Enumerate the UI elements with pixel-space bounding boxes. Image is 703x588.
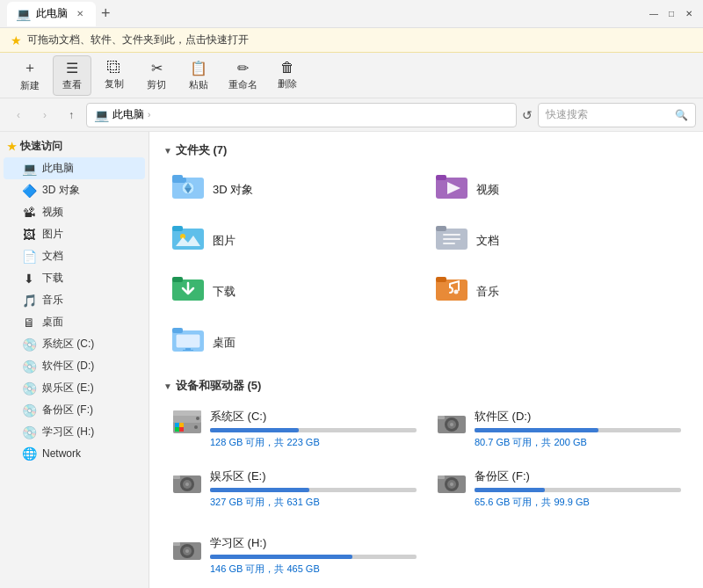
folders-grid: 3D 对象 视频: [163, 165, 689, 367]
toolbar-delete-button[interactable]: 🗑 删除: [268, 56, 307, 94]
music-label: 音乐: [42, 293, 63, 308]
folder-downloads[interactable]: 下载: [163, 267, 425, 316]
toolbar: ＋ 新建 ☰ 查看 ⿻ 复制 ✂ 剪切 📋 粘贴 ✏ 重命名 🗑 删除: [0, 53, 703, 98]
drive-c[interactable]: 系统区 (C:) 128 GB 可用，共 223 GB: [163, 401, 424, 457]
svg-rect-12: [443, 234, 460, 236]
tab-label: 此电脑: [36, 6, 68, 21]
delete-icon: 🗑: [280, 60, 294, 76]
paste-icon: 📋: [190, 60, 207, 76]
folder-pictures[interactable]: 图片: [163, 216, 425, 265]
drive-f-icon: 💿: [21, 403, 37, 417]
address-path[interactable]: 💻 此电脑 ›: [86, 103, 517, 127]
drive-c-info: 系统区 (C:) 128 GB 可用，共 223 GB: [210, 409, 417, 449]
back-button[interactable]: ‹: [7, 104, 30, 127]
folder-desktop[interactable]: 桌面: [163, 318, 425, 367]
drive-c-space: 128 GB 可用，共 223 GB: [210, 436, 417, 449]
sidebar-item-network[interactable]: 🌐 Network: [4, 443, 145, 464]
close-button[interactable]: ✕: [682, 7, 696, 21]
window-controls: — □ ✕: [647, 7, 696, 21]
drive-e-info: 娱乐区 (E:) 327 GB 可用，共 631 GB: [210, 468, 417, 509]
maximize-button[interactable]: □: [664, 7, 678, 21]
sidebar-item-drive-e[interactable]: 💿 娱乐区 (E:): [4, 377, 145, 399]
folder-video-label: 视频: [476, 182, 499, 198]
folders-section-header[interactable]: ▼ 文件夹 (7): [163, 142, 689, 158]
up-button[interactable]: ↑: [60, 104, 83, 127]
drive-e-icon: 💿: [21, 381, 37, 396]
drive-e-label: 娱乐区 (E:): [42, 381, 94, 396]
sidebar-item-3d[interactable]: 🔷 3D 对象: [4, 179, 145, 201]
quick-access-section[interactable]: ★ 快速访问: [0, 135, 149, 157]
svg-rect-23: [185, 348, 191, 350]
toolbar-rename-button[interactable]: ✏ 重命名: [221, 56, 265, 95]
sidebar-item-drive-d[interactable]: 💿 软件区 (D:): [4, 355, 145, 377]
toolbar-paste-button[interactable]: 📋 粘贴: [179, 56, 218, 95]
svg-point-19: [454, 290, 459, 294]
drive-d[interactable]: 软件区 (D:) 80.7 GB 可用，共 200 GB: [428, 401, 689, 457]
view-label: 查看: [62, 78, 82, 91]
svg-rect-2: [172, 175, 183, 180]
search-box[interactable]: 快速搜索 🔍: [538, 103, 696, 127]
drive-e[interactable]: 娱乐区 (E:) 327 GB 可用，共 631 GB: [163, 461, 424, 517]
drives-chevron-icon: ▼: [163, 381, 172, 391]
svg-rect-21: [172, 328, 183, 333]
sidebar-item-drive-f[interactable]: 💿 备份区 (F:): [4, 399, 145, 421]
toolbar-view-button[interactable]: ☰ 查看: [53, 55, 91, 96]
this-pc-icon: 💻: [21, 162, 37, 176]
folder-music-icon: [434, 272, 469, 311]
drive-c-name: 系统区 (C:): [210, 409, 417, 425]
svg-rect-55: [173, 542, 180, 546]
minimize-button[interactable]: —: [647, 7, 661, 21]
folder-3d[interactable]: 3D 对象: [163, 165, 425, 214]
sidebar-item-drive-c[interactable]: 💿 系统区 (C:): [4, 333, 145, 355]
forward-button[interactable]: ›: [33, 104, 56, 127]
tip-bar: ★ 可拖动文档、软件、文件夹到此，点击快速打开: [0, 28, 703, 53]
folders-chevron-icon: ▼: [163, 146, 172, 156]
refresh-button[interactable]: ↺: [520, 106, 534, 124]
folder-music[interactable]: 音乐: [427, 267, 689, 316]
toolbar-copy-button[interactable]: ⿻ 复制: [95, 56, 134, 94]
svg-rect-22: [176, 334, 200, 348]
sidebar-item-downloads[interactable]: ⬇ 下载: [4, 267, 145, 289]
desktop-label: 桌面: [42, 315, 63, 330]
sidebar-item-video[interactable]: 📽 视频: [4, 201, 145, 223]
svg-rect-7: [172, 229, 204, 250]
copy-label: 复制: [105, 77, 124, 91]
view-icon: ☰: [66, 60, 78, 76]
svg-rect-14: [443, 243, 455, 244]
drive-f-name: 备份区 (F:): [475, 468, 681, 484]
video-label: 视频: [42, 205, 63, 220]
sidebar-item-pictures[interactable]: 🖼 图片: [4, 223, 145, 245]
toolbar-cut-button[interactable]: ✂ 剪切: [137, 56, 176, 95]
drives-section-header[interactable]: ▼ 设备和驱动器 (5): [163, 378, 689, 394]
drive-f-bar: [475, 488, 545, 492]
title-bar-left: 💻 此电脑 ✕ +: [7, 2, 647, 26]
tip-star-icon: ★: [11, 33, 22, 47]
sidebar-item-drive-h[interactable]: 💿 学习区 (H:): [4, 421, 145, 443]
sidebar-item-desktop[interactable]: 🖥 桌面: [4, 311, 145, 333]
sidebar-item-this-pc[interactable]: 💻 此电脑: [4, 157, 145, 179]
new-tab-button[interactable]: +: [96, 4, 116, 23]
svg-rect-11: [436, 226, 446, 231]
sidebar-item-music[interactable]: 🎵 音乐: [4, 289, 145, 311]
svg-rect-40: [438, 416, 445, 419]
cut-label: 剪切: [147, 78, 166, 91]
drive-d-label: 软件区 (D:): [42, 359, 94, 374]
folder-documents[interactable]: 文档: [427, 216, 689, 265]
path-pc-label: 此电脑: [112, 107, 144, 122]
sidebar-item-documents[interactable]: 📄 文档: [4, 245, 145, 267]
drive-h-space: 146 GB 可用，共 465 GB: [210, 563, 417, 576]
folder-pictures-icon: [170, 221, 206, 260]
toolbar-new-button[interactable]: ＋ 新建: [11, 55, 49, 96]
tab-icon: 💻: [16, 7, 31, 21]
pictures-icon: 🖼: [21, 228, 37, 242]
drive-c-label: 系统区 (C:): [42, 337, 94, 352]
drive-h[interactable]: 学习区 (H:) 146 GB 可用，共 465 GB: [163, 527, 424, 584]
drive-h-bar: [210, 555, 352, 559]
drive-f[interactable]: 备份区 (F:) 65.6 GB 可用，共 99.9 GB: [428, 461, 689, 517]
folder-video[interactable]: 视频: [427, 165, 689, 214]
drive-d-name: 软件区 (D:): [475, 409, 681, 425]
tab-this-pc[interactable]: 💻 此电脑 ✕: [7, 2, 96, 26]
svg-rect-35: [173, 410, 201, 416]
search-placeholder: 快速搜索: [546, 107, 588, 122]
tab-close-button[interactable]: ✕: [73, 7, 87, 20]
